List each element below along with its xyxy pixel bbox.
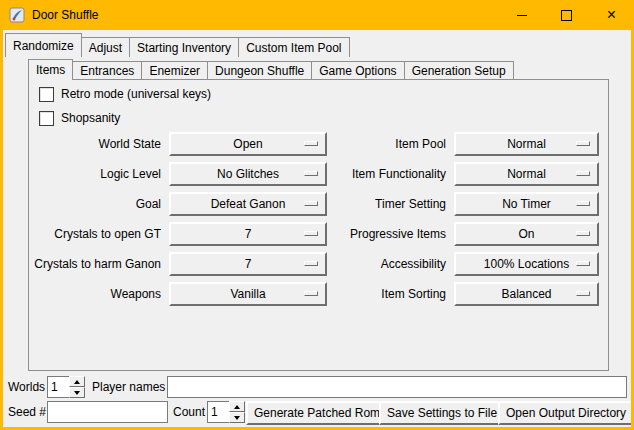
tab-label: Items [36,63,65,77]
tab-label: Adjust [89,41,122,55]
item-functionality-row: Item Functionality Normal [326,162,599,186]
goal-dropdown[interactable]: Defeat Ganon [169,192,327,216]
subtab-dungeon-shuffle[interactable]: Dungeon Shuffle [207,61,312,79]
timer-setting-dropdown[interactable]: No Timer [454,192,599,216]
save-settings-button[interactable]: Save Settings to File [379,401,505,425]
tab-label: Custom Item Pool [246,41,341,55]
logic-level-row: Logic Level No Glitches [29,162,327,186]
spin-up-icon [74,380,80,384]
world-state-label: World State [29,137,169,151]
logic-level-label: Logic Level [29,167,169,181]
logic-level-dropdown[interactable]: No Glitches [169,162,327,186]
tab-label: Dungeon Shuffle [215,64,304,78]
item-functionality-label: Item Functionality [326,167,454,181]
shopsanity-checkbox[interactable] [39,111,54,126]
subtab-entrances[interactable]: Entrances [72,61,142,79]
dropdown-value: Vanilla [230,287,265,301]
weapons-label: Weapons [29,287,169,301]
tab-adjust[interactable]: Adjust [81,37,130,57]
timer-setting-label: Timer Setting [326,197,454,211]
dropdown-indicator-icon [304,231,318,236]
subtab-items[interactable]: Items [28,59,73,80]
worlds-spin-buttons [69,376,85,398]
player-names-input[interactable] [167,376,627,398]
subtab-enemizer[interactable]: Enemizer [141,61,208,79]
item-functionality-dropdown[interactable]: Normal [454,162,599,186]
item-sorting-label: Item Sorting [326,287,454,301]
count-spin-up-button[interactable] [229,401,245,412]
dropdown-indicator-icon [304,141,318,146]
count-spin-buttons [229,401,245,423]
crystals-ganon-dropdown[interactable]: 7 [169,252,327,276]
tab-custom-item-pool[interactable]: Custom Item Pool [238,37,349,57]
accessibility-dropdown[interactable]: 100% Locations [454,252,599,276]
checkbox-label: Shopsanity [61,111,120,125]
item-pool-row: Item Pool Normal [326,132,599,156]
shopsanity-checkbox-row[interactable]: Shopsanity [39,110,120,126]
window-title: Door Shuffle [32,8,99,22]
close-button[interactable]: × [589,0,634,30]
dropdown-value: No Glitches [217,167,279,181]
dropdown-indicator-icon [576,201,590,206]
maximize-button[interactable] [544,0,589,30]
checkbox-label: Retro mode (universal keys) [61,87,211,101]
open-output-directory-button[interactable]: Open Output Directory [498,401,634,425]
goal-label: Goal [29,197,169,211]
tab-label: Starting Inventory [137,41,231,55]
crystals-ganon-label: Crystals to harm Ganon [29,257,169,271]
worlds-spin-up-button[interactable] [69,376,85,387]
item-pool-dropdown[interactable]: Normal [454,132,599,156]
main-tab-bar: Randomize Adjust Starting Inventory Cust… [5,33,350,57]
count-spin-down-button[interactable] [229,412,245,423]
dropdown-indicator-icon [304,291,318,296]
dropdown-indicator-icon [576,141,590,146]
dropdown-value: 100% Locations [484,257,569,271]
subtab-generation-setup[interactable]: Generation Setup [404,61,514,79]
dropdown-value: Balanced [501,287,551,301]
app-icon [9,7,25,23]
world-state-dropdown[interactable]: Open [169,132,327,156]
item-sorting-dropdown[interactable]: Balanced [454,282,599,306]
count-input[interactable] [207,401,229,423]
minimize-button[interactable] [499,0,544,30]
accessibility-label: Accessibility [326,257,454,271]
minimize-icon [517,15,527,16]
dropdown-value: No Timer [502,197,551,211]
tab-randomize[interactable]: Randomize [5,33,82,57]
sub-tab-bar: Items Entrances Enemizer Dungeon Shuffle… [28,59,514,79]
worlds-label: Worlds [8,376,45,398]
weapons-row: Weapons Vanilla [29,282,327,306]
crystals-gt-dropdown[interactable]: 7 [169,222,327,246]
dropdown-value: Defeat Ganon [211,197,286,211]
close-icon: × [607,7,616,23]
item-sorting-row: Item Sorting Balanced [326,282,599,306]
player-names-label: Player names [92,376,165,398]
subtab-game-options[interactable]: Game Options [311,61,404,79]
dropdown-indicator-icon [304,201,318,206]
retro-mode-checkbox[interactable] [39,87,54,102]
seed-label: Seed # [8,401,46,423]
dropdown-indicator-icon [304,171,318,176]
progressive-items-dropdown[interactable]: On [454,222,599,246]
crystals-ganon-row: Crystals to harm Ganon 7 [29,252,327,276]
tab-label: Generation Setup [412,64,506,78]
seed-input[interactable] [47,401,168,423]
timer-setting-row: Timer Setting No Timer [326,192,599,216]
dropdown-value: On [518,227,534,241]
worlds-spin-down-button[interactable] [69,387,85,398]
crystals-gt-label: Crystals to open GT [29,227,169,241]
generate-patched-rom-button[interactable]: Generate Patched Rom [246,401,388,425]
maximize-icon [561,10,572,21]
weapons-dropdown[interactable]: Vanilla [169,282,327,306]
dropdown-indicator-icon [304,261,318,266]
titlebar: Door Shuffle × [0,0,634,30]
worlds-input[interactable] [47,376,69,398]
accessibility-row: Accessibility 100% Locations [326,252,599,276]
tab-starting-inventory[interactable]: Starting Inventory [129,37,239,57]
retro-mode-checkbox-row[interactable]: Retro mode (universal keys) [39,86,211,102]
tab-label: Game Options [319,64,396,78]
count-label: Count [173,401,205,423]
world-state-row: World State Open [29,132,327,156]
spin-down-icon [74,391,80,395]
dropdown-value: 7 [245,257,252,271]
